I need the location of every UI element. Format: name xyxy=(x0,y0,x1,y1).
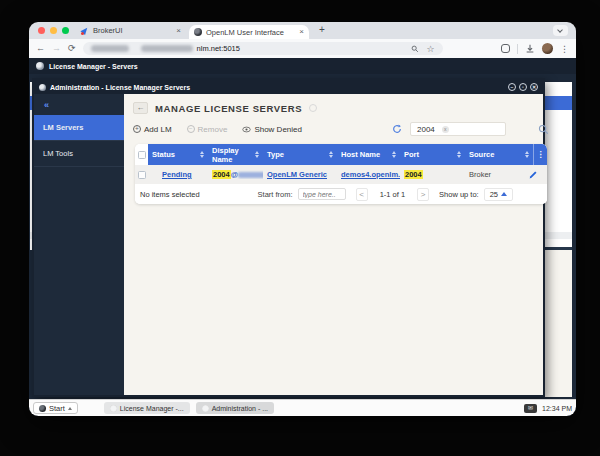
search-icon[interactable] xyxy=(538,124,549,135)
row-checkbox[interactable] xyxy=(138,171,146,179)
app-topbar: License Manager - Servers xyxy=(29,58,576,74)
search-value: 2004 xyxy=(417,125,435,134)
taskbar-item-administration[interactable]: Administration - ... xyxy=(196,402,274,414)
page-size-select[interactable]: 25 xyxy=(484,188,513,201)
macos-close-button[interactable] xyxy=(38,27,45,34)
sidebar: « LM Servers LM Tools xyxy=(34,94,124,395)
browser-menu-icon[interactable]: ⋮ xyxy=(560,44,569,54)
new-tab-button[interactable]: + xyxy=(319,24,325,35)
source-value: Broker xyxy=(469,170,491,179)
bookmark-star-icon[interactable]: ☆ xyxy=(426,44,434,54)
profile-avatar[interactable] xyxy=(542,43,553,54)
start-button[interactable]: Start xyxy=(33,402,78,414)
sidebar-collapse-icon[interactable]: « xyxy=(34,94,124,115)
window-icon xyxy=(110,405,117,412)
sort-icon[interactable] xyxy=(329,151,333,158)
reload-button[interactable]: ⟳ xyxy=(68,44,76,53)
loading-spinner-icon xyxy=(309,104,317,112)
minus-circle-icon: − xyxy=(187,125,195,133)
window-restore-icon[interactable]: ▫ xyxy=(519,83,527,91)
tab-label: OpenLM User Interface xyxy=(206,28,284,37)
show-denied-button[interactable]: Show Denied xyxy=(242,125,302,134)
selection-status: No items selected xyxy=(140,190,200,199)
administration-title: Administration - License Manager Servers xyxy=(50,84,190,91)
taskbar-clock: 12:34 PM xyxy=(542,405,572,412)
downloads-icon[interactable] xyxy=(525,44,535,54)
app-taskbar: Start License Manager -... Administratio… xyxy=(29,399,576,416)
administration-titlebar[interactable]: Administration - License Manager Servers… xyxy=(34,80,543,94)
eye-icon xyxy=(242,126,251,133)
table-row[interactable]: Pending 2004@... OpenLM Generic demos4.o… xyxy=(135,165,547,184)
tab-close-icon[interactable]: × xyxy=(299,28,304,36)
window-icon xyxy=(202,405,209,412)
tab-close-icon[interactable]: × xyxy=(176,27,181,35)
sort-icon[interactable] xyxy=(255,151,259,158)
status-link[interactable]: Pending xyxy=(162,170,192,179)
sidebar-item-lm-servers[interactable]: LM Servers xyxy=(34,115,124,141)
page-back-button[interactable]: ← xyxy=(133,102,148,114)
clear-search-icon[interactable]: x xyxy=(442,126,449,133)
tab-brokerui[interactable]: BrokerUI × xyxy=(77,22,185,39)
openlm-logo-icon xyxy=(36,62,44,70)
column-header-host-name[interactable]: Host Name xyxy=(337,144,400,165)
window-minimize-icon[interactable]: − xyxy=(508,83,516,91)
macos-zoom-button[interactable] xyxy=(62,27,69,34)
address-bar[interactable]: nlm.net:5015 ☆ xyxy=(83,42,443,55)
mail-icon[interactable]: ✉ xyxy=(524,404,537,413)
sort-icon[interactable] xyxy=(457,151,461,158)
type-link[interactable]: OpenLM Generic xyxy=(267,170,327,179)
url-text: nlm.net:5015 xyxy=(197,44,240,53)
refresh-icon[interactable] xyxy=(392,124,402,134)
license-servers-table: Status Display Name Type xyxy=(135,144,547,204)
pagination-range: 1-1 of 1 xyxy=(380,190,405,199)
table-footer: No items selected Start from: < 1-1 of 1… xyxy=(135,184,547,204)
main-content: ← MANAGE LICENSE SERVERS + Add LM − xyxy=(124,94,557,395)
display-name-cell[interactable]: 2004@... xyxy=(208,170,263,179)
forward-button[interactable]: → xyxy=(52,44,61,53)
host-name-link[interactable]: demos4.openlm.net xyxy=(341,170,400,179)
sidebar-item-lm-tools[interactable]: LM Tools xyxy=(34,141,124,167)
column-header-source[interactable]: Source xyxy=(465,144,533,165)
sort-icon[interactable] xyxy=(200,151,204,158)
tab-label: BrokerUI xyxy=(93,26,123,35)
column-menu-icon[interactable]: ⋮ xyxy=(533,144,547,165)
show-up-to-label: Show up to: xyxy=(439,190,479,199)
macos-minimize-button[interactable] xyxy=(50,27,57,34)
zoom-icon[interactable] xyxy=(411,45,419,53)
app-viewport: License Manager - Servers Administration… xyxy=(29,58,576,416)
table-header-row: Status Display Name Type xyxy=(135,144,547,165)
openlm-favicon xyxy=(194,28,202,36)
column-header-status[interactable]: Status xyxy=(148,144,208,165)
column-header-display-name[interactable]: Display Name xyxy=(208,144,263,165)
caret-up-icon xyxy=(501,192,507,196)
search-input[interactable]: 2004 x xyxy=(410,122,506,136)
tab-search-button[interactable] xyxy=(553,25,568,36)
window-close-icon[interactable]: ✕ xyxy=(530,83,538,91)
administration-window: Administration - License Manager Servers… xyxy=(32,78,545,397)
start-from-input[interactable] xyxy=(298,188,346,200)
remove-button[interactable]: − Remove xyxy=(187,125,228,134)
column-header-type[interactable]: Type xyxy=(263,144,337,165)
tab-openlm[interactable]: OpenLM User Interface × xyxy=(189,25,309,39)
column-header-port[interactable]: Port xyxy=(400,144,465,165)
desktop-background: BrokerUI × OpenLM User Interface × + ← →… xyxy=(0,0,600,456)
chevron-down-icon xyxy=(557,27,563,33)
openlm-logo-icon xyxy=(39,84,46,91)
taskbar-item-license-manager[interactable]: License Manager -... xyxy=(104,402,190,414)
brokerui-favicon xyxy=(81,27,89,35)
extensions-icon[interactable] xyxy=(501,44,510,53)
sort-icon[interactable] xyxy=(525,151,529,158)
app-topbar-title: License Manager - Servers xyxy=(49,63,138,70)
browser-window: BrokerUI × OpenLM User Interface × + ← →… xyxy=(29,22,576,416)
back-button[interactable]: ← xyxy=(36,44,45,53)
redacted-url-segment xyxy=(141,45,193,52)
browser-toolbar: ← → ⟳ nlm.net:5015 ☆ xyxy=(29,39,576,58)
edit-pencil-icon[interactable] xyxy=(528,170,538,180)
start-from-label: Start from: xyxy=(258,190,293,199)
add-lm-button[interactable]: + Add LM xyxy=(133,125,172,134)
page-size-value: 25 xyxy=(490,190,498,199)
previous-page-button[interactable]: < xyxy=(356,188,368,201)
sort-icon[interactable] xyxy=(392,151,396,158)
select-all-checkbox[interactable] xyxy=(138,151,146,159)
next-page-button[interactable]: > xyxy=(417,188,429,201)
